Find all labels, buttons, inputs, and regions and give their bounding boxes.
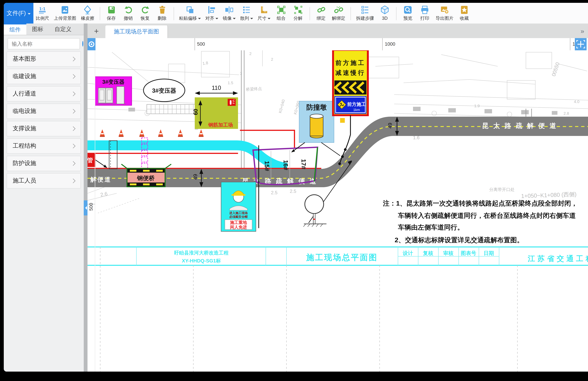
document-tab[interactable]: 施工现场总平面图 <box>105 25 168 38</box>
svg-text:3#变压器: 3#变压器 <box>152 87 176 94</box>
pipe-marker[interactable]: 管 <box>87 153 107 168</box>
steel-bridge[interactable]: 钢便桥 <box>121 164 171 187</box>
pier-label: 17# <box>300 159 307 169</box>
new-tab-button[interactable]: + <box>94 27 99 36</box>
toolbar-label: 尺寸 <box>257 16 270 22</box>
chevron-right-icon <box>71 57 76 61</box>
toolbar-button-preview[interactable]: 预览 <box>399 3 416 23</box>
toolbar-label: 恢复 <box>141 16 149 22</box>
app-window: 文件(F) 1:1 比例尺 上传背景图 橡皮擦 保存 撤销 恢复 <box>4 3 588 372</box>
toolbar-button-scatter[interactable]: 散列 <box>238 3 255 23</box>
canvas-drawing[interactable]: 1.8 2 2 3 1.5 2.6 2.5 2.5 1.6 1.9 4.0 2.… <box>87 38 588 372</box>
worker-notice-board[interactable]: 进入施工现场 必须戴安全帽 施工重地 闲人免进 <box>221 182 256 232</box>
svg-text:2、交通标志标牌设置详见交通疏解布置图。: 2、交通标志标牌设置详见交通疏解布置图。 <box>395 236 524 244</box>
svg-text:日期: 日期 <box>483 250 494 256</box>
traffic-cones[interactable] <box>100 129 204 137</box>
group-workers[interactable]: 施工人员 <box>7 173 81 189</box>
toolbar-label: 保存 <box>107 16 116 22</box>
search-input[interactable] <box>8 41 82 46</box>
toolbar-label: 拆建步骤 <box>356 16 374 22</box>
file-menu-button[interactable]: 文件(F) <box>4 3 33 23</box>
toolbar-label: 对齐 <box>205 16 218 22</box>
toolbar-separator <box>309 7 310 20</box>
toolbar-button-eraser[interactable]: 橡皮擦 <box>79 3 97 23</box>
organization: 江苏省交通工程 <box>528 254 588 263</box>
toolbar-label: 绑定 <box>316 16 326 22</box>
export-image-icon <box>440 5 449 15</box>
tab-overflow-button[interactable]: » <box>581 27 584 35</box>
group-basic-shapes[interactable]: 基本图形 <box>7 51 81 67</box>
group-protection[interactable]: 防护设施 <box>7 156 81 171</box>
paste-offset-icon <box>185 5 194 15</box>
toolbar-label: 镜像 <box>223 16 235 22</box>
toolbar-button-upload-background[interactable]: 上传背景图 <box>51 3 79 23</box>
toolbar-button-paste-offset[interactable]: 粘贴偏移 <box>177 3 203 23</box>
dim-110[interactable]: 110 <box>196 85 237 95</box>
toolbar-button-delete[interactable]: 删除 <box>154 3 170 23</box>
sidebar-tab-components[interactable]: 组件 <box>4 23 26 35</box>
group-temp-power[interactable]: 临电设施 <box>7 104 81 119</box>
mirror-icon <box>224 5 234 15</box>
toolbar-button-dimension[interactable]: 尺寸 <box>255 3 273 23</box>
toolbar-button-bind[interactable]: 绑定 <box>313 3 330 23</box>
svg-text:前方施工: 前方施工 <box>336 59 365 66</box>
caret-down-icon <box>28 13 31 16</box>
locate-button[interactable] <box>87 38 96 50</box>
group-temp-facilities[interactable]: 临建设施 <box>7 69 81 84</box>
toolbar-button-mirror[interactable]: 镜像 <box>220 3 238 23</box>
fire-extinguisher-icon <box>228 99 236 106</box>
group-structures[interactable]: 工程结构 <box>7 138 81 154</box>
toolbar-button-undo[interactable]: 撤销 <box>120 3 137 23</box>
toolbar-button-export-image[interactable]: 导出图片 <box>433 3 456 23</box>
pier-label: 15# <box>264 161 270 171</box>
fit-view-button[interactable] <box>575 38 587 50</box>
plan-notes: 注：1、昆太路第一次交通转换将线路起点至桥梁终点段全部封闭， 车辆转入右侧疏解便… <box>383 200 578 244</box>
sheet-title: 施工现场总平面图 <box>306 253 378 262</box>
svg-text:3: 3 <box>240 71 242 76</box>
group-pedestrian[interactable]: 人行通道 <box>7 86 81 102</box>
svg-text:2.6: 2.6 <box>100 191 108 198</box>
transformer-callout-ellipse[interactable]: 3#变压器 <box>144 79 185 102</box>
toolbar-button-build-steps[interactable]: 拆建步骤 <box>354 3 376 23</box>
toolbar-label: 分解 <box>294 16 302 22</box>
svg-text:图表号: 图表号 <box>461 250 476 256</box>
svg-text:车辆由左侧车道同行。: 车辆由左侧车道同行。 <box>398 224 464 231</box>
svg-text:前方施工: 前方施工 <box>347 102 366 107</box>
toolbar-separator <box>173 7 174 20</box>
sidebar-tab-icons[interactable]: 图标 <box>26 23 49 35</box>
caret-down-icon <box>233 18 235 21</box>
sidebar-collapse-handle[interactable] <box>84 200 87 215</box>
toolbar-button-scale[interactable]: 1:1 比例尺 <box>33 3 51 23</box>
title-block[interactable]: 盱眙县淮河大桥改造工程 XY-HHDQ-SG1标 施工现场总平面图 设计 复核 … <box>87 247 588 372</box>
svg-text:2: 2 <box>271 57 273 62</box>
search-icon[interactable] <box>82 41 83 46</box>
drawing-surface[interactable]: 1.8 2 2 3 1.5 2.6 2.5 2.5 1.6 1.9 4.0 2.… <box>87 38 588 372</box>
toolbar-label: 撤销 <box>124 16 133 22</box>
toolbar-button-ungroup[interactable]: 分解 <box>290 3 306 23</box>
svg-text:进入施工现场: 进入施工现场 <box>229 211 248 215</box>
svg-text:减速慢行: 减速慢行 <box>336 69 365 76</box>
project-code: XY-HHDQ-SG1标 <box>182 258 221 264</box>
toolbar-button-favorite[interactable]: 收藏 <box>456 3 473 23</box>
svg-text:4.0: 4.0 <box>574 99 579 104</box>
align-icon <box>207 5 216 15</box>
group-support[interactable]: 支撑设施 <box>7 121 81 136</box>
toolbar-button-redo[interactable]: 恢复 <box>137 3 154 23</box>
scatter-icon <box>242 5 251 15</box>
toolbar-label: 橡皮擦 <box>81 16 94 22</box>
toolbar-button-save[interactable]: 保存 <box>103 3 120 23</box>
sidebar-tab-custom[interactable]: 自定义 <box>49 23 77 35</box>
transformer-box[interactable]: 3#变压器 <box>95 77 132 105</box>
svg-text:闲人免进: 闲人免进 <box>230 225 247 230</box>
toolbar-button-3d[interactable]: 3D <box>376 3 393 23</box>
left-splitter[interactable] <box>84 23 87 372</box>
toolbar-button-print[interactable]: 打印 <box>416 3 433 23</box>
toolbar-label: 预览 <box>403 16 412 22</box>
toolbar-label: 组合 <box>277 16 286 22</box>
toolbar-button-align[interactable]: 对齐 <box>203 3 220 23</box>
rebar-yard[interactable]: 60 钢筋加工场 <box>192 97 238 129</box>
toolbar-button-group[interactable]: 组合 <box>273 3 290 23</box>
svg-text:00550: 00550 <box>551 62 561 77</box>
waterway-band[interactable] <box>87 145 287 168</box>
toolbar-button-unbind[interactable]: 解绑定 <box>330 3 348 23</box>
